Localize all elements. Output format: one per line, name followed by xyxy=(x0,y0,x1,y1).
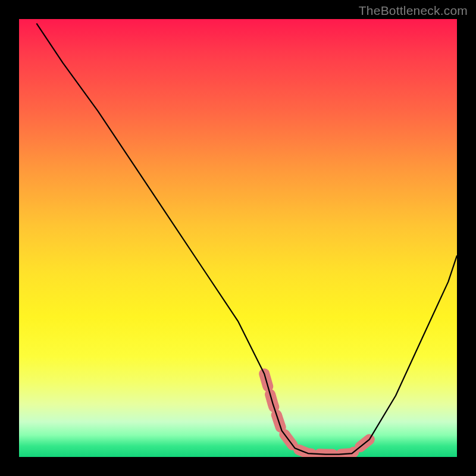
bottleneck-curve xyxy=(36,23,457,454)
watermark-text: TheBottleneck.com xyxy=(359,4,468,18)
plot-area xyxy=(19,19,457,457)
optimal-region-highlight xyxy=(264,374,369,454)
curve-layer xyxy=(19,19,457,457)
chart-frame: TheBottleneck.com xyxy=(0,0,476,476)
